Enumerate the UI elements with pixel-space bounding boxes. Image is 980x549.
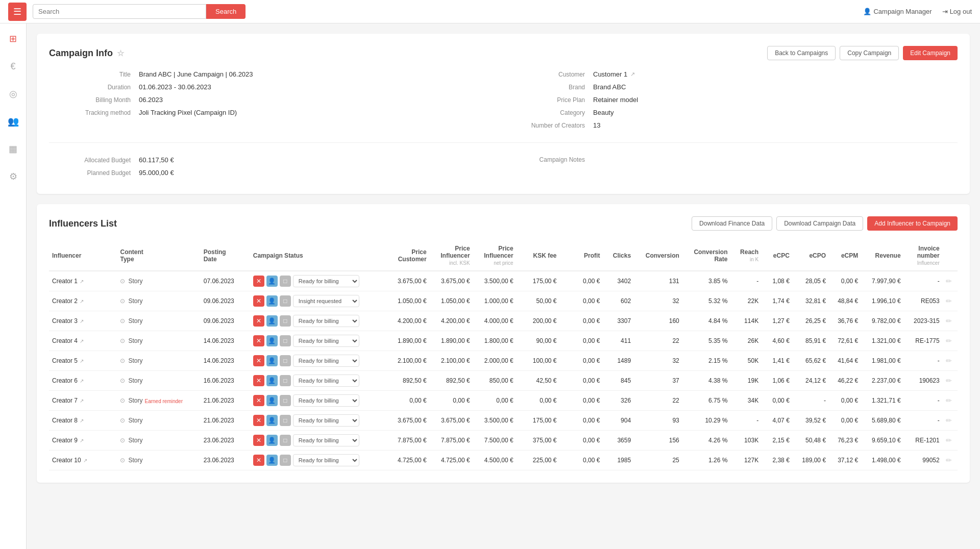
status-select[interactable]: Ready for billingInsight requestedPublis… [293, 454, 359, 466]
sidebar-icon-calendar[interactable]: ▦ [4, 140, 22, 158]
user-button[interactable]: 👤 [266, 276, 278, 287]
delete-button[interactable]: ✕ [253, 335, 264, 346]
status-select[interactable]: Ready for billingInsight requestedPublis… [293, 394, 359, 407]
status-select[interactable]: Ready for billingInsight requestedPublis… [293, 315, 359, 327]
price-influencer-net-cell: 3.500,00 € [473, 271, 517, 291]
logout-link[interactable]: ⇥ Log out [942, 8, 972, 15]
creator-link-5[interactable]: Creator 5 ↗ [52, 357, 114, 364]
delete-button[interactable]: ✕ [253, 455, 264, 466]
creator-link-6[interactable]: Creator 6 ↗ [52, 377, 114, 384]
sidebar-icon-settings[interactable]: ⚙ [4, 167, 22, 186]
info-button[interactable]: □ [280, 315, 291, 327]
copy-campaign-button[interactable]: Copy Campaign [840, 46, 899, 60]
creator-link-9[interactable]: Creator 9 ↗ [52, 437, 114, 444]
creator-link-7[interactable]: Creator 7 ↗ [52, 397, 114, 404]
category-value: Beauty [593, 109, 614, 116]
creator-link-10[interactable]: Creator 10 ↗ [52, 457, 114, 464]
edit-cell: ✏ [943, 451, 958, 470]
search-input[interactable] [33, 4, 206, 19]
favorite-icon[interactable]: ☆ [117, 48, 124, 58]
ecpo-cell: - [793, 391, 829, 411]
planned-budget-row: Planned Budget 95.000,00 € [59, 169, 493, 177]
info-button[interactable]: □ [280, 435, 291, 446]
edit-campaign-button[interactable]: Edit Campaign [903, 46, 958, 60]
revenue-cell: 1.981,00 € [861, 351, 903, 371]
info-button[interactable]: □ [280, 335, 291, 346]
story-icon: ⊙ [120, 377, 125, 384]
status-select[interactable]: Ready for billingInsight requestedPublis… [293, 295, 359, 307]
download-finance-button[interactable]: Download Finance Data [692, 216, 772, 231]
edit-row-button[interactable]: ✏ [946, 416, 952, 425]
conversion-cell: 32 [634, 291, 682, 311]
delete-button[interactable]: ✕ [253, 315, 264, 327]
status-select[interactable]: Ready for billingInsight requestedPublis… [293, 275, 359, 287]
edit-row-button[interactable]: ✏ [946, 277, 952, 285]
delete-button[interactable]: ✕ [253, 276, 264, 287]
story-icon: ⊙ [120, 457, 125, 464]
creator-link-1[interactable]: Creator 1 ↗ [52, 278, 114, 285]
add-influencer-button[interactable]: Add Influencer to Campaign [867, 216, 958, 231]
info-button[interactable]: □ [280, 415, 291, 426]
content-type-cell: ⊙ Story [117, 431, 200, 451]
edit-row-button[interactable]: ✏ [946, 456, 952, 464]
delete-button[interactable]: ✕ [253, 415, 264, 426]
ecpm-cell: 37,12 € [829, 451, 861, 470]
edit-row-button[interactable]: ✏ [946, 337, 952, 345]
user-button[interactable]: 👤 [266, 315, 278, 327]
price-influencer-cell: 3.675,00 € [430, 411, 473, 431]
creator-link-3[interactable]: Creator 3 ↗ [52, 317, 114, 325]
search-button[interactable]: Search [206, 4, 246, 19]
user-button[interactable]: 👤 [266, 395, 278, 406]
clicks-cell: 1489 [603, 351, 634, 371]
delete-button[interactable]: ✕ [253, 295, 264, 307]
status-cell: ✕ 👤 □ Ready for billingInsight requested… [250, 431, 386, 451]
sidebar-icon-users[interactable]: 👥 [4, 112, 22, 131]
profit-cell: 0,00 € [560, 391, 603, 411]
delete-button[interactable]: ✕ [253, 395, 264, 406]
sidebar-icon-grid[interactable]: ⊞ [4, 30, 22, 48]
edit-row-button[interactable]: ✏ [946, 297, 952, 305]
hamburger-button[interactable]: ☰ [8, 3, 27, 21]
creator-link-8[interactable]: Creator 8 ↗ [52, 417, 114, 424]
edit-row-button[interactable]: ✏ [946, 436, 952, 444]
invoice-number-cell: RE053 [904, 291, 943, 311]
user-button[interactable]: 👤 [266, 295, 278, 307]
info-button[interactable]: □ [280, 355, 291, 366]
edit-row-button[interactable]: ✏ [946, 357, 952, 365]
status-select[interactable]: Ready for billingInsight requestedPublis… [293, 355, 359, 367]
conversion-cell: 131 [634, 271, 682, 291]
campaign-info-grid: Title Brand ABC | June Campaign | 06.202… [49, 70, 958, 134]
user-button[interactable]: 👤 [266, 435, 278, 446]
edit-row-button[interactable]: ✏ [946, 396, 952, 405]
creator-name-cell: Creator 4 ↗ [49, 331, 117, 351]
sidebar-icon-euro[interactable]: € [4, 57, 22, 76]
delete-button[interactable]: ✕ [253, 375, 264, 386]
info-button[interactable]: □ [280, 455, 291, 466]
info-button[interactable]: □ [280, 276, 291, 287]
back-to-campaigns-button[interactable]: Back to Campaigns [767, 46, 836, 60]
creator-link-4[interactable]: Creator 4 ↗ [52, 337, 114, 344]
creator-link-2[interactable]: Creator 2 ↗ [52, 297, 114, 305]
table-row: Creator 5 ↗ ⊙ Story 14.06.2023 ✕ 👤 □ Rea… [49, 351, 958, 371]
user-button[interactable]: 👤 [266, 375, 278, 386]
status-select[interactable]: Ready for billingInsight requestedPublis… [293, 434, 359, 446]
allocated-budget-value: 60.117,50 € [139, 156, 174, 164]
edit-row-button[interactable]: ✏ [946, 317, 952, 325]
user-button[interactable]: 👤 [266, 415, 278, 426]
sidebar-icon-instagram[interactable]: ◎ [4, 85, 22, 103]
customer-external-link-icon[interactable]: ↗ [630, 71, 635, 78]
edit-row-button[interactable]: ✏ [946, 377, 952, 385]
info-button[interactable]: □ [280, 295, 291, 307]
campaign-manager-link[interactable]: 👤 Campaign Manager [863, 8, 932, 15]
download-campaign-button[interactable]: Download Campaign Data [776, 216, 863, 231]
status-select[interactable]: Ready for billingInsight requestedPublis… [293, 375, 359, 387]
info-button[interactable]: □ [280, 375, 291, 386]
delete-button[interactable]: ✕ [253, 355, 264, 366]
user-button[interactable]: 👤 [266, 455, 278, 466]
status-select[interactable]: Ready for billingInsight requestedPublis… [293, 335, 359, 347]
info-button[interactable]: □ [280, 395, 291, 406]
user-button[interactable]: 👤 [266, 355, 278, 366]
user-button[interactable]: 👤 [266, 335, 278, 346]
status-select[interactable]: Ready for billingInsight requestedPublis… [293, 414, 359, 427]
delete-button[interactable]: ✕ [253, 435, 264, 446]
